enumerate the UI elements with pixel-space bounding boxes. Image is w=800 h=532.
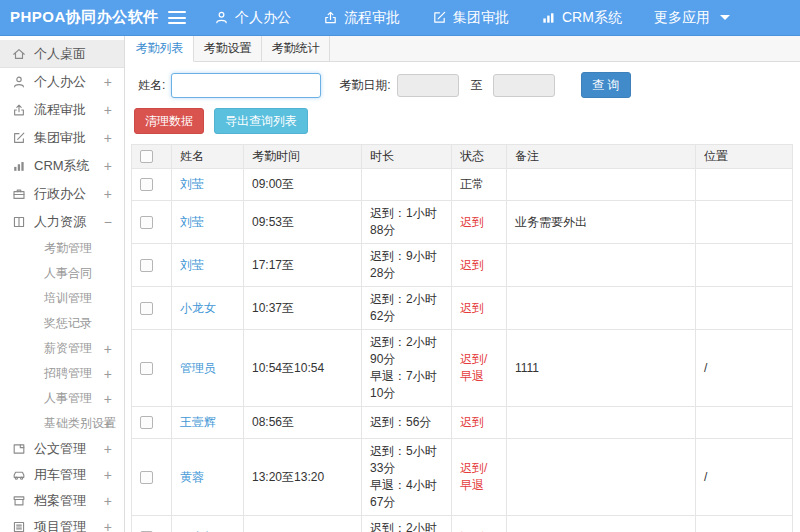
date-to-input[interactable] xyxy=(493,74,555,97)
tab-attendance-settings[interactable]: 考勤设置 xyxy=(194,36,262,61)
action-bar: 清理数据 导出查询列表 xyxy=(126,106,800,136)
note: 1111 xyxy=(507,330,696,407)
topnav-label: 个人办公 xyxy=(235,9,291,27)
name-input[interactable] xyxy=(171,73,321,98)
location xyxy=(696,516,793,532)
expand-plus-icon[interactable]: + xyxy=(104,493,112,509)
sidebar-item-label: 奖惩记录 xyxy=(44,315,92,332)
select-all-checkbox[interactable] xyxy=(140,150,153,163)
share-icon xyxy=(12,103,26,117)
topnav-more-apps[interactable]: 更多应用 xyxy=(654,9,730,27)
export-list-button[interactable]: 导出查询列表 xyxy=(214,108,308,134)
sidebar-item-招聘管理[interactable]: 招聘管理+ xyxy=(0,361,124,386)
book-icon xyxy=(12,215,26,229)
note xyxy=(507,439,696,516)
sidebar-item-项目管理[interactable]: 项目管理+ xyxy=(0,514,124,532)
row-checkbox[interactable] xyxy=(140,178,153,191)
employee-name-link[interactable]: 刘莹 xyxy=(180,258,204,272)
expand-plus-icon[interactable]: + xyxy=(104,519,112,532)
status-badge: 迟到 xyxy=(460,258,484,272)
duration: 迟到：2小时03分 xyxy=(362,516,452,532)
sidebar-item-人事合同[interactable]: 人事合同 xyxy=(0,261,124,286)
employee-name-link[interactable]: 刘莹 xyxy=(180,215,204,229)
expand-plus-icon[interactable]: + xyxy=(104,74,112,90)
tab-attendance-list[interactable]: 考勤列表 xyxy=(126,36,194,62)
expand-plus-icon[interactable]: + xyxy=(104,341,112,357)
expand-plus-icon[interactable]: + xyxy=(104,391,112,407)
date-from-input[interactable] xyxy=(397,74,459,97)
sidebar-item-人事管理[interactable]: 人事管理+ xyxy=(0,386,124,411)
sidebar-item-公文管理[interactable]: 公文管理+ xyxy=(0,436,124,462)
sidebar-item-label: 人事管理 xyxy=(44,390,92,407)
sidebar-item-流程审批[interactable]: 流程审批+ xyxy=(0,96,124,124)
row-checkbox[interactable] xyxy=(140,362,153,375)
attendance-time: 09:53至 xyxy=(244,201,362,244)
duration: 迟到：9小时28分 xyxy=(362,244,452,287)
sidebar-item-奖惩记录[interactable]: 奖惩记录 xyxy=(0,311,124,336)
employee-name-link[interactable]: 管理员 xyxy=(180,361,216,375)
expand-plus-icon[interactable]: + xyxy=(104,102,112,118)
sidebar-item-薪资管理[interactable]: 薪资管理+ xyxy=(0,336,124,361)
col-header-name: 姓名 xyxy=(172,145,244,169)
employee-name-link[interactable]: 小龙女 xyxy=(180,301,216,315)
sidebar-item-用车管理[interactable]: 用车管理+ xyxy=(0,462,124,488)
employee-name-link[interactable]: 刘莹 xyxy=(180,177,204,191)
sidebar-item-个人桌面[interactable]: 个人桌面 xyxy=(0,40,124,68)
row-checkbox[interactable] xyxy=(140,302,153,315)
sidebar-item-人力资源[interactable]: 人力资源− xyxy=(0,208,124,236)
row-checkbox[interactable] xyxy=(140,216,153,229)
expand-plus-icon[interactable]: + xyxy=(104,186,112,202)
topnav-label: 流程审批 xyxy=(344,9,400,27)
note xyxy=(507,287,696,330)
expand-plus-icon[interactable]: + xyxy=(104,441,112,457)
expand-plus-icon[interactable]: + xyxy=(104,130,112,146)
row-checkbox[interactable] xyxy=(140,471,153,484)
expand-plus-icon[interactable]: + xyxy=(104,366,112,382)
table-row: 刘莹09:53至迟到：1小时88分迟到业务需要外出 xyxy=(132,201,793,244)
topnav-crm[interactable]: CRM系统 xyxy=(541,9,622,27)
col-header-note: 备注 xyxy=(507,145,696,169)
chart-icon xyxy=(12,159,26,173)
sidebar-item-考勤管理[interactable]: 考勤管理 xyxy=(0,236,124,261)
location: / xyxy=(696,439,793,516)
sidebar-item-培训管理[interactable]: 培训管理 xyxy=(0,286,124,311)
collapse-minus-icon[interactable]: − xyxy=(104,214,112,230)
query-button[interactable]: 查 询 xyxy=(581,72,631,98)
sidebar-item-档案管理[interactable]: 档案管理+ xyxy=(0,488,124,514)
expand-plus-icon[interactable]: + xyxy=(104,158,112,174)
sidebar-item-行政办公[interactable]: 行政办公+ xyxy=(0,180,124,208)
clear-data-button[interactable]: 清理数据 xyxy=(134,108,204,134)
sidebar-item-基础类别设置[interactable]: 基础类别设置+ xyxy=(0,411,124,436)
top-navigation: 个人办公 流程审批 集团审批 CRM系统 更多应用 xyxy=(214,9,762,27)
location xyxy=(696,287,793,330)
topnav-workflow-approval[interactable]: 流程审批 xyxy=(323,9,400,27)
attendance-time: 13:20至13:20 xyxy=(244,439,362,516)
sidebar-item-个人办公[interactable]: 个人办公+ xyxy=(0,68,124,96)
topnav-personal-office[interactable]: 个人办公 xyxy=(214,9,291,27)
table-row: 王壹辉08:56至迟到：56分迟到 xyxy=(132,407,793,439)
note xyxy=(507,407,696,439)
status-badge: 迟到/早退 xyxy=(460,461,487,492)
row-checkbox[interactable] xyxy=(140,416,153,429)
menu-toggle-icon[interactable] xyxy=(168,11,186,24)
sidebar-item-CRM系统[interactable]: CRM系统+ xyxy=(0,152,124,180)
topnav-group-approval[interactable]: 集团审批 xyxy=(432,9,509,27)
employee-name-link[interactable]: 黄蓉 xyxy=(180,470,204,484)
employee-name-link[interactable]: 王壹辉 xyxy=(180,415,216,429)
duration: 迟到：2小时62分 xyxy=(362,287,452,330)
sidebar-item-集团审批[interactable]: 集团审批+ xyxy=(0,124,124,152)
expand-plus-icon[interactable]: + xyxy=(104,467,112,483)
archive-icon xyxy=(12,494,26,508)
main-content: 考勤列表 考勤设置 考勤统计 姓名: 考勤日期: 至 查 询 清理数据 导出查询… xyxy=(126,36,800,532)
row-checkbox[interactable] xyxy=(140,259,153,272)
status-badge: 迟到 xyxy=(460,301,484,315)
chart-icon xyxy=(541,10,556,25)
caret-down-icon xyxy=(720,15,730,20)
location xyxy=(696,169,793,201)
attendance-time: 09:00至 xyxy=(244,169,362,201)
attendance-time: 10:37至 xyxy=(244,287,362,330)
expand-plus-icon[interactable]: + xyxy=(104,416,112,432)
sidebar-item-label: 档案管理 xyxy=(34,492,86,510)
tab-attendance-statistics[interactable]: 考勤统计 xyxy=(262,36,330,61)
duration: 迟到：1小时88分 xyxy=(362,201,452,244)
